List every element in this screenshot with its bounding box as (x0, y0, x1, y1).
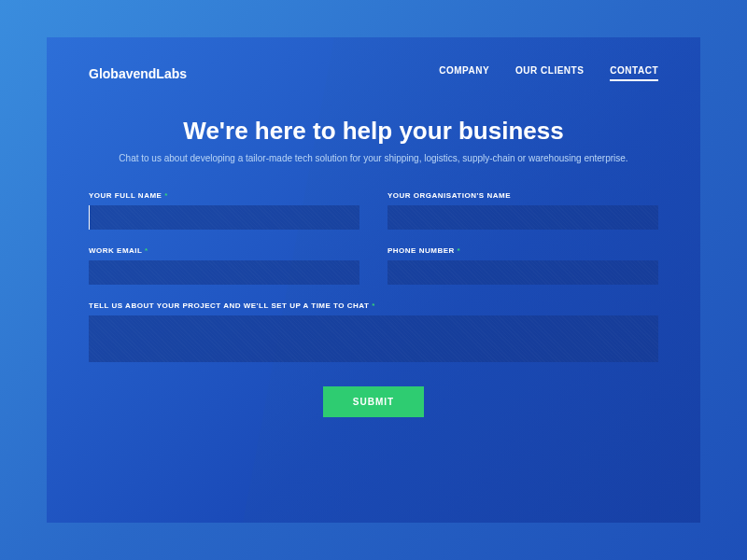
form-row-1: YOUR FULL NAME * YOUR ORGANISATION'S NAM… (89, 191, 658, 230)
page-subtitle: Chat to us about developing a tailor-mad… (89, 153, 658, 163)
label-project: TELL US ABOUT YOUR PROJECT AND WE'LL SET… (89, 301, 658, 310)
header: GlobavendLabs COMPANY OUR CLIENTS CONTAC… (89, 65, 658, 81)
field-project: TELL US ABOUT YOUR PROJECT AND WE'LL SET… (89, 301, 658, 366)
nav-our-clients[interactable]: OUR CLIENTS (515, 65, 584, 81)
input-org-name[interactable] (388, 205, 658, 230)
contact-form: YOUR FULL NAME * YOUR ORGANISATION'S NAM… (89, 191, 658, 417)
field-full-name: YOUR FULL NAME * (89, 191, 359, 230)
nav-contact[interactable]: CONTACT (610, 65, 658, 81)
submit-button[interactable]: SUBMIT (323, 386, 424, 417)
field-phone: PHONE NUMBER * (388, 246, 658, 285)
nav-company[interactable]: COMPANY (439, 65, 489, 81)
main-nav: COMPANY OUR CLIENTS CONTACT (439, 65, 658, 81)
label-phone: PHONE NUMBER * (388, 246, 658, 255)
submit-wrap: SUBMIT (89, 386, 658, 417)
page-title: We're here to help your business (89, 117, 658, 146)
input-project[interactable] (89, 315, 658, 362)
brand-logo: GlobavendLabs (89, 66, 187, 81)
form-row-2: WORK EMAIL * PHONE NUMBER * (89, 246, 658, 285)
label-email: WORK EMAIL * (89, 246, 359, 255)
label-full-name: YOUR FULL NAME * (89, 191, 359, 200)
input-full-name[interactable] (89, 205, 359, 230)
field-org-name: YOUR ORGANISATION'S NAME (388, 191, 658, 230)
field-email: WORK EMAIL * (89, 246, 359, 285)
hero: We're here to help your business Chat to… (89, 117, 658, 163)
input-email[interactable] (89, 260, 359, 285)
page-container: GlobavendLabs COMPANY OUR CLIENTS CONTAC… (47, 37, 700, 523)
label-org-name: YOUR ORGANISATION'S NAME (388, 191, 658, 200)
input-phone[interactable] (388, 260, 658, 285)
